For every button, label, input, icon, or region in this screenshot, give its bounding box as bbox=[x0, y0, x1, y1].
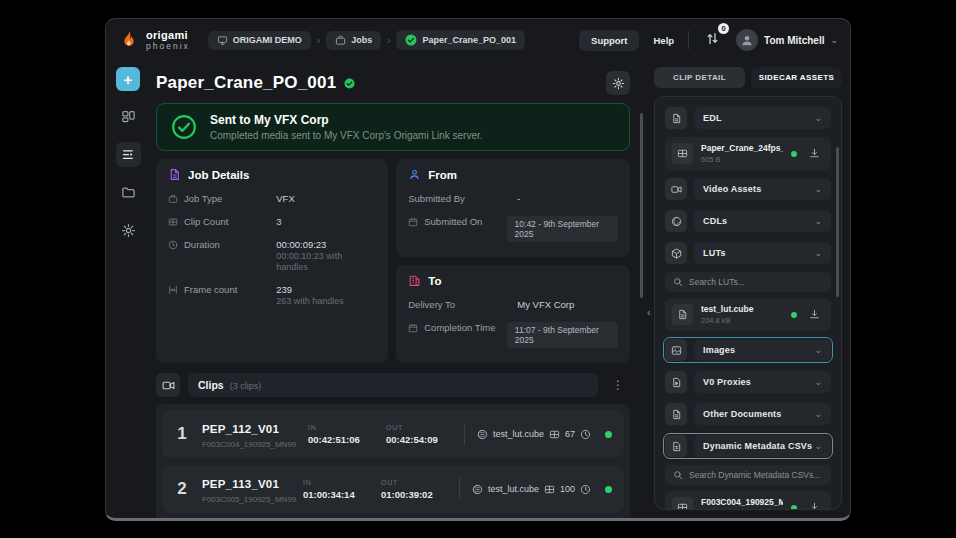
section-luts[interactable]: LUTs⌄ bbox=[663, 240, 833, 266]
dashboard-icon[interactable] bbox=[116, 104, 141, 129]
delivery-to-value: My VFX Corp bbox=[517, 299, 574, 310]
submitted-on-row: Submitted On 10:42 - 9th September 2025 bbox=[408, 210, 618, 248]
breadcrumb-org[interactable]: ORIGAMI DEMO bbox=[208, 31, 311, 50]
csv-item-name: F003C004_190925_MN9... bbox=[701, 497, 783, 507]
chevron-down-icon: ⌄ bbox=[814, 409, 822, 419]
clip-frame-count: 67 bbox=[565, 429, 575, 439]
download-button[interactable] bbox=[805, 305, 824, 324]
clips-list: 1 PEP_112_V01F003C004_190925_MN99 IN00:4… bbox=[156, 404, 630, 521]
help-button[interactable]: Help bbox=[653, 35, 674, 46]
in-label: IN bbox=[303, 479, 369, 486]
topbar-divider bbox=[688, 31, 689, 49]
clock-icon bbox=[580, 484, 591, 495]
breadcrumb-current[interactable]: Paper_Crane_PO_001 bbox=[396, 30, 525, 50]
top-bar: origami phoenix ORIGAMI DEMO › Jobs › Pa… bbox=[106, 19, 850, 61]
section-v0-proxies[interactable]: V0 Proxies⌄ bbox=[663, 369, 833, 395]
job-type-row: Job Type VFX bbox=[168, 187, 376, 210]
add-button[interactable]: + bbox=[116, 67, 140, 91]
screenshot-stage: origami phoenix ORIGAMI DEMO › Jobs › Pa… bbox=[0, 0, 956, 538]
calendar-icon bbox=[408, 323, 418, 333]
dynamic-csvs-search[interactable] bbox=[665, 465, 831, 485]
sidecar-assets-panel: EDL⌄ Paper_Crane_24fps_P10...605 B Video… bbox=[654, 96, 842, 510]
title-check-icon bbox=[344, 78, 355, 89]
video-camera-icon bbox=[156, 373, 180, 397]
luts-search-input[interactable] bbox=[689, 277, 823, 287]
tab-clip-detail[interactable]: CLIP DETAIL bbox=[654, 67, 745, 88]
main-scrollbar[interactable] bbox=[640, 113, 643, 298]
edl-item-icon bbox=[672, 143, 693, 164]
lut-file-icon bbox=[672, 304, 693, 325]
edl-item-name: Paper_Crane_24fps_P10... bbox=[701, 143, 783, 153]
user-menu[interactable]: Tom Mitchell ⌄ bbox=[736, 29, 838, 51]
app-logo[interactable]: origami phoenix bbox=[118, 29, 190, 51]
clock-icon bbox=[580, 429, 591, 440]
to-panel: To Delivery To My VFX Corp Completion Ti… bbox=[396, 265, 630, 363]
lut-icon bbox=[477, 429, 488, 440]
job-settings-button[interactable] bbox=[606, 71, 630, 95]
app-window: origami phoenix ORIGAMI DEMO › Jobs › Pa… bbox=[105, 18, 851, 521]
clips-title-bar[interactable]: Clips (3 clips) bbox=[188, 373, 598, 397]
lut-item-name: test_lut.cube bbox=[701, 304, 783, 314]
section-dynamic-metadata-csvs[interactable]: Dynamic Metadata CSVs⌄ bbox=[663, 433, 833, 459]
csv-item[interactable]: F003C004_190925_MN9...76.6 kB bbox=[665, 491, 831, 510]
monitor-icon bbox=[217, 35, 228, 46]
download-button[interactable] bbox=[805, 144, 824, 163]
clip-count-row: Clip Count 3 bbox=[168, 210, 376, 233]
clip-row[interactable]: 2 PEP_113_V01F003C005_190925_MN99 IN01:0… bbox=[162, 465, 624, 513]
out-label: OUT bbox=[386, 424, 452, 431]
support-button[interactable]: Support bbox=[579, 30, 639, 51]
clips-count: (3 clips) bbox=[230, 381, 262, 391]
luts-search[interactable] bbox=[665, 272, 831, 292]
folder-icon[interactable] bbox=[116, 180, 141, 205]
chevron-down-icon: ⌄ bbox=[814, 216, 822, 226]
transfers-button[interactable]: 0 bbox=[699, 28, 726, 53]
palette-icon bbox=[665, 210, 687, 232]
breadcrumb-jobs[interactable]: Jobs bbox=[326, 31, 381, 50]
avatar bbox=[736, 29, 758, 51]
settings-gear-icon[interactable] bbox=[116, 218, 141, 243]
clip-frame-count: 100 bbox=[560, 484, 575, 494]
status-dot bbox=[791, 151, 797, 157]
status-dot bbox=[605, 486, 612, 493]
download-button[interactable] bbox=[805, 498, 824, 510]
chevron-down-icon: ⌄ bbox=[814, 184, 822, 194]
frame-count-icon bbox=[168, 285, 178, 295]
collapse-sidebar-arrow[interactable]: ‹ bbox=[647, 306, 651, 318]
frames-icon bbox=[549, 429, 560, 440]
chevron-down-icon: ⌄ bbox=[814, 248, 822, 258]
clip-name: PEP_113_V01 bbox=[202, 478, 279, 490]
duration-with-handles: 00:00:10:23 with handles bbox=[276, 251, 342, 272]
dynamic-csvs-search-input[interactable] bbox=[689, 470, 823, 480]
clip-source: F003C004_190925_MN99 bbox=[202, 440, 296, 449]
edl-item[interactable]: Paper_Crane_24fps_P10...605 B bbox=[665, 137, 831, 170]
chevron-down-icon: ⌄ bbox=[814, 113, 822, 123]
cube-icon bbox=[665, 242, 687, 264]
transfer-arrows-icon bbox=[705, 31, 720, 46]
section-video-assets[interactable]: Video Assets⌄ bbox=[663, 176, 833, 202]
briefcase-icon bbox=[335, 35, 346, 46]
clip-lut-name: test_lut.cube bbox=[493, 429, 544, 439]
transfer-count-badge: 0 bbox=[718, 23, 729, 34]
clip-row[interactable]: 3 PEP_114_V01F003C006_190925_MN99 IN01:0… bbox=[162, 520, 624, 521]
person-icon bbox=[408, 168, 421, 181]
clips-menu-button[interactable]: ⋮ bbox=[606, 376, 630, 394]
section-images[interactable]: Images⌄ bbox=[663, 337, 833, 363]
frame-count-row: Frame count 239 263 with handles bbox=[168, 278, 376, 312]
section-other-documents[interactable]: Other Documents⌄ bbox=[663, 401, 833, 427]
document-icon bbox=[168, 168, 181, 181]
submitted-by-row: Submitted By - bbox=[408, 187, 618, 210]
job-details-panel: Job Details Job Type VFX Clip Count 3 Du… bbox=[156, 159, 388, 363]
jobs-list-icon[interactable] bbox=[116, 142, 141, 167]
tab-sidecar-assets[interactable]: SIDECAR ASSETS bbox=[751, 67, 842, 88]
sidebar-scrollbar[interactable] bbox=[836, 147, 839, 297]
lut-item-size: 204.8 kB bbox=[701, 316, 783, 325]
clip-source: F003C005_190925_MN99 bbox=[202, 495, 291, 504]
logo-line2: phoenix bbox=[146, 41, 190, 51]
clip-row[interactable]: 1 PEP_112_V01F003C004_190925_MN99 IN00:4… bbox=[162, 410, 624, 458]
job-type-value: VFX bbox=[276, 193, 294, 204]
completion-time-row: Completion Time 11:07 - 9th September 20… bbox=[408, 316, 618, 354]
right-sidebar: CLIP DETAIL SIDECAR ASSETS EDL⌄ Paper_Cr… bbox=[644, 61, 850, 518]
section-cdls[interactable]: CDLs⌄ bbox=[663, 208, 833, 234]
section-edl[interactable]: EDL⌄ bbox=[663, 105, 833, 131]
lut-item[interactable]: test_lut.cube204.8 kB bbox=[665, 298, 831, 331]
